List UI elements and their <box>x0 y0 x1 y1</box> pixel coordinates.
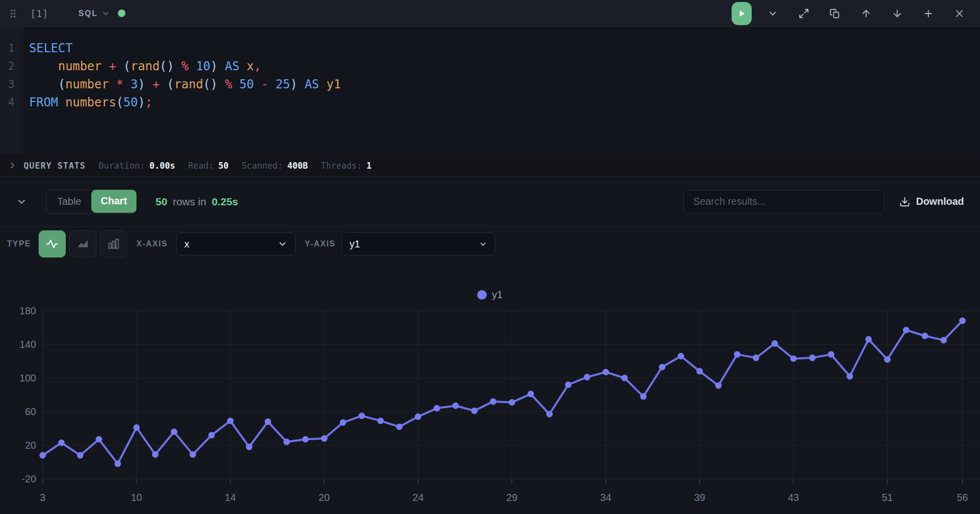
code-text: FROM numbers(50); <box>23 93 153 111</box>
query-stats-bar: QUERY STATS Duration:0.00sRead:50Scanned… <box>0 155 980 177</box>
plus-icon <box>923 8 934 19</box>
svg-text:24: 24 <box>412 492 424 503</box>
add-cell-button[interactable] <box>918 4 938 24</box>
expand-cell-button[interactable] <box>794 4 814 24</box>
drag-handle-icon[interactable] <box>8 8 18 19</box>
run-options-button[interactable] <box>763 4 783 24</box>
status-dot <box>118 10 125 17</box>
rows-label: rows in <box>173 196 206 208</box>
play-icon <box>737 9 746 18</box>
toolbar-actions <box>732 2 980 25</box>
chart-type-line-button[interactable] <box>39 230 66 258</box>
stat-pair: Read:50 <box>188 161 229 171</box>
result-summary: 50 rows in 0.25s <box>156 196 238 208</box>
arrow-down-icon <box>892 8 903 19</box>
close-cell-button[interactable] <box>949 4 969 24</box>
arrow-up-icon <box>861 8 872 19</box>
svg-text:-20: -20 <box>22 473 36 484</box>
code-line: 2 number + (rand() % 10) AS x, <box>0 57 980 75</box>
query-stats-title: QUERY STATS <box>24 161 86 171</box>
tab-chart[interactable]: Chart <box>91 190 136 213</box>
elapsed-time: 0.25s <box>212 196 238 208</box>
language-label: SQL <box>78 9 98 18</box>
stat-pair: Duration:0.00s <box>99 161 175 171</box>
svg-text:180: 180 <box>20 305 36 316</box>
svg-text:20: 20 <box>25 440 36 451</box>
chart-type-bar-button[interactable] <box>100 230 127 258</box>
svg-text:34: 34 <box>600 492 611 503</box>
sql-editor[interactable]: 1SELECT2 number + (rand() % 10) AS x,3 (… <box>0 27 980 155</box>
svg-text:39: 39 <box>694 492 705 503</box>
code-text: (number * 3) + (rand() % 50 - 25) AS y1 <box>23 75 341 93</box>
svg-text:100: 100 <box>20 372 36 383</box>
svg-text:43: 43 <box>788 492 799 503</box>
y-axis-select[interactable]: y1 <box>342 232 495 255</box>
x-axis-value: x <box>184 238 189 250</box>
chevron-down-icon <box>767 8 778 19</box>
chevron-down-icon <box>277 239 288 249</box>
y-axis-label: Y-AXIS <box>305 239 335 248</box>
line-chart-icon <box>46 237 59 250</box>
svg-text:60: 60 <box>25 406 36 417</box>
chart-legend[interactable]: y1 <box>0 289 980 301</box>
move-cell-up-button[interactable] <box>856 4 876 24</box>
line-number: 3 <box>0 75 23 93</box>
copy-icon <box>829 8 841 19</box>
svg-text:140: 140 <box>20 339 36 350</box>
bar-chart-icon <box>107 237 120 250</box>
code-line: 4FROM numbers(50); <box>0 93 980 111</box>
download-label: Download <box>916 196 964 207</box>
row-count: 50 <box>156 196 167 208</box>
chart-type-group <box>39 230 127 258</box>
legend-dot <box>477 290 487 300</box>
chart-area: 1801401006020-20310142024293439435156 y1 <box>0 261 980 514</box>
chevron-down-icon <box>479 240 487 248</box>
code-line: 1SELECT <box>0 39 980 57</box>
code-text: number + (rand() % 10) AS x, <box>23 57 261 75</box>
chevron-right-icon <box>8 161 17 170</box>
copy-cell-button[interactable] <box>825 4 845 24</box>
series-y1 <box>40 318 966 467</box>
type-label: TYPE <box>7 239 31 248</box>
area-chart-icon <box>76 237 89 250</box>
legend-label: y1 <box>492 289 502 301</box>
move-cell-down-button[interactable] <box>887 4 907 24</box>
stats-expand-button[interactable] <box>8 161 17 170</box>
download-icon <box>899 196 910 207</box>
svg-text:51: 51 <box>882 492 893 503</box>
expand-icon <box>798 8 809 19</box>
chart-type-area-button[interactable] <box>69 230 96 258</box>
collapse-results-button[interactable] <box>16 196 27 207</box>
y-axis-value: y1 <box>350 238 360 250</box>
run-query-button[interactable] <box>732 2 752 25</box>
gridlines <box>43 311 980 483</box>
svg-text:29: 29 <box>506 492 517 503</box>
chevron-down-icon <box>102 10 110 18</box>
stat-pair: Scanned:400B <box>242 161 308 171</box>
code-lines: 1SELECT2 number + (rand() % 10) AS x,3 (… <box>0 39 980 111</box>
x-axis-label: X-AXIS <box>136 239 168 248</box>
code-line: 3 (number * 3) + (rand() % 50 - 25) AS y… <box>0 75 980 93</box>
svg-text:20: 20 <box>319 492 330 503</box>
stat-pair: Threads:1 <box>321 161 371 171</box>
results-bar: Table Chart 50 rows in 0.25s Download <box>0 177 980 227</box>
language-selector[interactable]: SQL <box>78 9 110 18</box>
close-icon <box>954 9 964 19</box>
sql-notebook-cell: [1] SQL <box>0 0 980 514</box>
svg-text:3: 3 <box>40 492 45 503</box>
search-results-input[interactable] <box>683 190 884 213</box>
cell-toolbar: [1] SQL <box>0 0 980 27</box>
results-view-tabs: Table Chart <box>46 190 136 214</box>
line-number: 1 <box>0 39 23 57</box>
x-axis-select[interactable]: x <box>176 232 296 255</box>
cell-index: [1] <box>30 8 48 20</box>
chart-controls-bar: TYPE X-AXIS x Y-AXIS y1 <box>0 227 980 261</box>
svg-text:14: 14 <box>225 492 236 503</box>
tab-table[interactable]: Table <box>47 190 92 213</box>
chevron-down-icon <box>16 196 27 207</box>
line-number: 2 <box>0 57 23 75</box>
download-button[interactable]: Download <box>899 196 964 207</box>
query-stats-items: Duration:0.00sRead:50Scanned:400BThreads… <box>99 161 372 171</box>
code-text: SELECT <box>23 39 73 57</box>
svg-text:10: 10 <box>131 492 142 503</box>
